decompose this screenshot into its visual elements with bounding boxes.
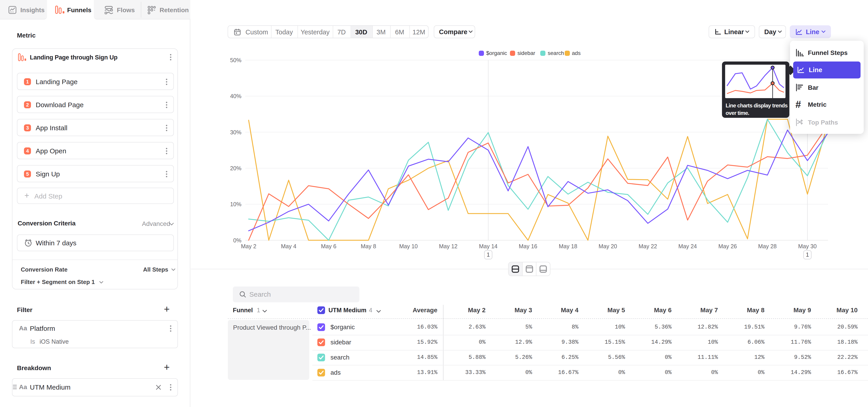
svg-text:20%: 20% (230, 165, 241, 171)
svg-text:40%: 40% (230, 93, 241, 99)
svg-text:May 2: May 2 (241, 243, 256, 249)
svg-text:May 20: May 20 (598, 243, 617, 249)
svg-text:30%: 30% (230, 129, 241, 135)
svg-text:May 8: May 8 (361, 243, 376, 249)
svg-text:May 26: May 26 (718, 243, 737, 249)
svg-text:1: 1 (806, 251, 809, 258)
svg-text:10%: 10% (230, 201, 241, 207)
svg-text:May 24: May 24 (678, 243, 697, 249)
svg-text:May 6: May 6 (321, 243, 336, 249)
svg-text:0%: 0% (233, 237, 241, 244)
svg-text:May 12: May 12 (439, 243, 458, 249)
svg-text:May 10: May 10 (399, 243, 418, 249)
svg-text:May 18: May 18 (559, 243, 577, 249)
svg-text:May 14: May 14 (479, 243, 498, 249)
svg-text:May 28: May 28 (758, 243, 777, 249)
svg-text:May 30: May 30 (798, 243, 817, 249)
svg-text:50%: 50% (230, 57, 241, 63)
svg-text:May 22: May 22 (639, 243, 657, 249)
svg-text:1: 1 (487, 251, 490, 258)
svg-text:May 4: May 4 (281, 243, 296, 249)
svg-text:May 16: May 16 (519, 243, 537, 249)
